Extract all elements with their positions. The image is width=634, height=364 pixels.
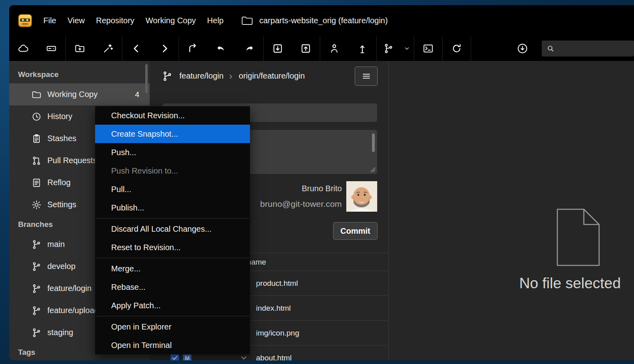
menu-item-create-snapshot[interactable]: Create Snapshot... [95,125,250,143]
arrow-up-icon [357,43,368,54]
git-flow-button[interactable] [377,36,400,61]
commit-button[interactable]: Commit [333,222,378,240]
menu-item-push[interactable]: Push... [95,143,250,162]
sidebar-item-label: feature/upload [47,306,99,315]
download-circle-icon [516,42,528,55]
menu-repository[interactable]: Repository [90,5,140,36]
local-repositories-button[interactable] [37,36,65,61]
changes-count-badge: 4 [135,90,139,99]
cloud-services-button[interactable] [9,36,37,61]
author-name: Bruno Brito [260,184,342,193]
menu-separator [95,257,250,259]
push-button[interactable] [292,36,320,61]
menu-item-open-in-explorer[interactable]: Open in Explorer [95,317,250,336]
sidebar-item-label: Settings [47,200,76,209]
magic-wand-icon [102,43,114,54]
menu-bar: File View Repository Working Copy Help [38,5,229,36]
download-updates-button[interactable] [511,36,534,61]
terminal-button[interactable] [414,36,442,61]
no-file-selected-text: No file selected [519,275,621,292]
person-icon [329,43,340,54]
desktop-background: { "window": { "title": "carparts-website… [0,0,634,364]
checkout-button[interactable] [179,36,207,61]
back-button[interactable] [122,36,150,61]
menu-working-copy[interactable]: Working Copy [140,5,201,36]
search-box[interactable] [542,40,634,57]
tracking-branch-label[interactable]: origin/feature/login [239,71,305,81]
sidebar-item-working-copy[interactable]: Working Copy 4 [9,83,150,105]
file-checkbox[interactable] [171,354,179,360]
window-title-group: carparts-website_orig (feature/login) [241,16,388,26]
branch-icon [31,328,42,338]
sidebar-item-label: Reflog [47,178,71,187]
branch-icon [31,305,42,316]
cloud-icon [18,43,29,54]
menu-file[interactable]: File [38,5,62,36]
menu-item-merge[interactable]: Merge... [95,259,250,278]
undo-arrow-icon [215,43,227,54]
sidebar-item-label: main [47,240,65,249]
detail-panel: No file selected [388,61,634,360]
stash-button[interactable] [320,36,348,61]
redo-button[interactable] [235,36,263,61]
menu-item-publish[interactable]: Publish... [95,198,250,217]
menu-item-pull[interactable]: Pull... [95,180,250,198]
undo-button[interactable] [207,36,235,61]
git-flow-icon [383,43,394,54]
context-menu: Checkout Revision... Create Snapshot... … [95,106,250,354]
title-bar: File View Repository Working Copy Help c… [9,5,634,36]
sidebar-item-label: History [47,112,72,121]
modified-status-badge: M [183,354,191,360]
breadcrumb-separator: › [229,71,232,82]
menu-item-open-in-terminal[interactable]: Open in Terminal [95,336,250,354]
branch-icon [31,261,42,272]
toolbar [9,36,634,61]
menu-item-reset-to-revision[interactable]: Reset to Revision... [95,238,250,257]
menu-item-push-revision-to: Push Revision to... [95,162,250,180]
menu-item-apply-patch[interactable]: Apply Patch... [95,296,250,315]
sidebar-scrollbar[interactable] [145,64,148,93]
folder-icon [241,16,253,26]
tower-app-icon [18,14,32,27]
author-avatar [346,181,377,212]
gear-icon [31,200,42,210]
app-window: File View Repository Working Copy Help c… [9,5,634,360]
chevron-left-icon [131,43,142,54]
branch-options-button[interactable] [355,67,378,86]
pull-icon [272,43,283,54]
chevron-right-icon [159,43,170,54]
fetch-button[interactable] [348,36,376,61]
branch-icon [162,71,173,82]
sidebar-item-label: Pull Requests [47,156,97,165]
refresh-button[interactable] [443,36,471,61]
menu-item-discard-all-local-changes[interactable]: Discard All Local Changes... [95,220,250,238]
file-name: product.html [256,279,298,288]
menu-item-rebase[interactable]: Rebase... [95,278,250,296]
author-email: bruno@git-tower.com [260,199,342,209]
pull-button[interactable] [264,36,292,61]
current-branch-label[interactable]: feature/login [179,71,224,81]
git-flow-dropdown[interactable] [400,36,414,61]
branch-icon [31,239,42,250]
terminal-icon [423,43,434,54]
menu-help[interactable]: Help [201,5,229,36]
file-name: about.html [256,354,292,361]
journal-icon [31,178,42,188]
window-title: carparts-website_orig (feature/login) [259,16,388,25]
quick-actions-button[interactable] [94,36,122,61]
refresh-icon [451,43,462,54]
sidebar-item-label: feature/login [47,284,91,293]
chevron-down-icon[interactable] [241,356,247,360]
branch-icon [31,283,42,294]
search-input[interactable] [559,44,627,53]
forward-button[interactable] [150,36,179,61]
push-icon [300,43,311,54]
open-repository-button[interactable] [66,36,94,61]
hamburger-icon [362,71,371,81]
folder-add-icon [74,43,85,54]
menu-view[interactable]: View [62,5,90,36]
clipboard-icon [31,133,42,144]
menu-separator [95,315,250,317]
menu-item-checkout-revision[interactable]: Checkout Revision... [95,106,250,125]
checkout-arrow-icon [187,43,199,54]
